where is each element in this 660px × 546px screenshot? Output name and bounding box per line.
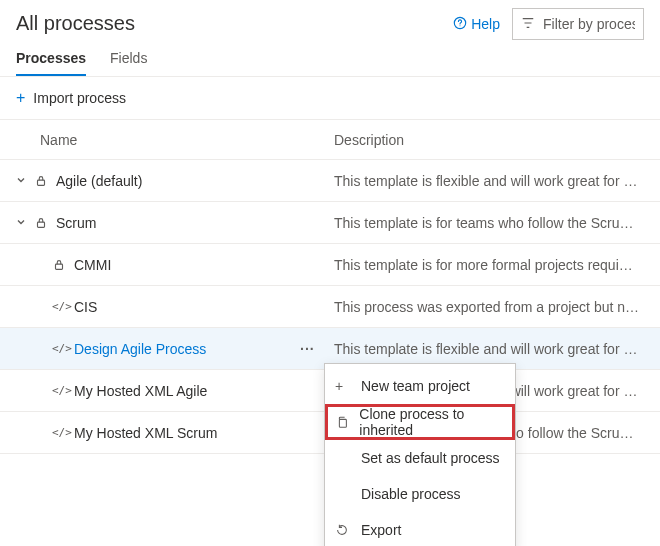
process-name: Scrum <box>56 215 96 231</box>
help-icon <box>453 16 467 33</box>
code-icon: </> <box>52 426 74 439</box>
svg-rect-3 <box>38 222 45 227</box>
tab-processes[interactable]: Processes <box>16 50 86 76</box>
filter-icon <box>521 16 535 33</box>
more-actions-button[interactable]: ··· <box>300 341 315 357</box>
filter-input[interactable] <box>543 16 635 32</box>
copy-icon <box>335 415 349 429</box>
import-process-button[interactable]: + Import process <box>0 77 660 119</box>
context-menu: + New team project Clone process to inhe… <box>324 363 516 546</box>
menu-label: Clone process to inherited <box>359 406 505 438</box>
process-description: This template is flexible and will work … <box>334 341 644 357</box>
process-name: Design Agile Process <box>74 341 206 357</box>
process-description: This template is for teams who follow th… <box>334 215 644 231</box>
help-label: Help <box>471 16 500 32</box>
plus-icon: + <box>335 378 351 394</box>
chevron-down-icon[interactable] <box>16 175 30 187</box>
code-icon: </> <box>52 384 74 397</box>
lock-icon <box>34 174 56 188</box>
process-description: This template is for more formal project… <box>334 257 644 273</box>
plus-icon: + <box>16 89 25 107</box>
column-header-name[interactable]: Name <box>16 132 334 148</box>
svg-rect-2 <box>38 180 45 185</box>
import-process-label: Import process <box>33 90 126 106</box>
menu-label: Export <box>361 522 401 538</box>
menu-clone-to-inherited[interactable]: Clone process to inherited <box>325 404 515 440</box>
lock-icon <box>34 216 56 230</box>
tab-fields[interactable]: Fields <box>110 50 147 76</box>
menu-export[interactable]: Export <box>325 512 515 546</box>
svg-rect-4 <box>56 264 63 269</box>
code-icon: </> <box>52 300 74 313</box>
process-name: CIS <box>74 299 97 315</box>
table-row[interactable]: Agile (default) This template is flexibl… <box>0 160 660 202</box>
process-description: This template is flexible and will work … <box>334 173 644 189</box>
process-name: Agile (default) <box>56 173 142 189</box>
column-header-description[interactable]: Description <box>334 132 644 148</box>
filter-box[interactable] <box>512 8 644 40</box>
process-description: This process was exported from a project… <box>334 299 644 315</box>
chevron-down-icon[interactable] <box>16 217 30 229</box>
menu-new-team-project[interactable]: + New team project <box>325 368 515 404</box>
process-name: CMMI <box>74 257 111 273</box>
table-row[interactable]: Scrum This template is for teams who fol… <box>0 202 660 244</box>
lock-icon <box>52 258 74 272</box>
menu-set-default[interactable]: Set as default process <box>325 440 515 476</box>
code-icon: </> <box>52 342 74 355</box>
help-link[interactable]: Help <box>453 16 500 33</box>
svg-point-1 <box>460 25 461 26</box>
table-row[interactable]: . </> CIS This process was exported from… <box>0 286 660 328</box>
tabs: Processes Fields <box>0 40 660 77</box>
menu-disable-process[interactable]: Disable process <box>325 476 515 512</box>
menu-label: Disable process <box>361 486 461 502</box>
process-name: My Hosted XML Agile <box>74 383 207 399</box>
menu-label: New team project <box>361 378 470 394</box>
export-icon <box>335 523 351 537</box>
page-title: All processes <box>16 8 135 35</box>
table-row[interactable]: . CMMI This template is for more formal … <box>0 244 660 286</box>
menu-label: Set as default process <box>361 450 500 466</box>
table-header-row: Name Description <box>0 120 660 160</box>
svg-rect-5 <box>339 419 346 427</box>
process-name: My Hosted XML Scrum <box>74 425 217 441</box>
